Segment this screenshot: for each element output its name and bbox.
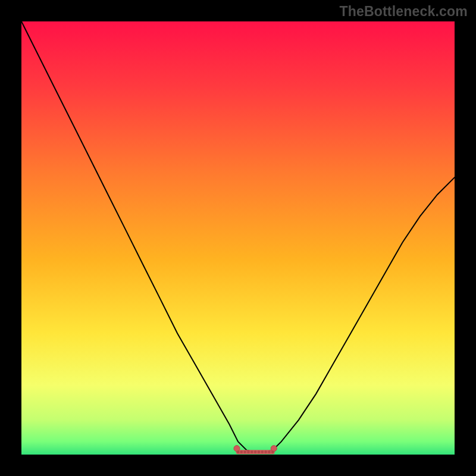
range-tick-marker xyxy=(271,450,274,453)
range-tick-marker xyxy=(254,450,257,453)
range-tick-marker xyxy=(261,450,264,453)
range-tick-marker xyxy=(240,450,243,453)
range-end-marker-right xyxy=(271,446,277,452)
range-tick-marker xyxy=(264,450,267,453)
bottleneck-chart xyxy=(0,0,476,476)
range-tick-marker xyxy=(243,450,246,453)
range-tick-marker xyxy=(247,450,250,453)
range-tick-marker xyxy=(237,450,240,453)
range-tick-marker xyxy=(268,450,271,453)
plot-background xyxy=(21,21,455,455)
range-tick-marker xyxy=(258,450,261,453)
range-tick-marker xyxy=(250,450,253,453)
range-end-marker-left xyxy=(234,446,240,452)
chart-frame: TheBottleneck.com xyxy=(0,0,476,476)
